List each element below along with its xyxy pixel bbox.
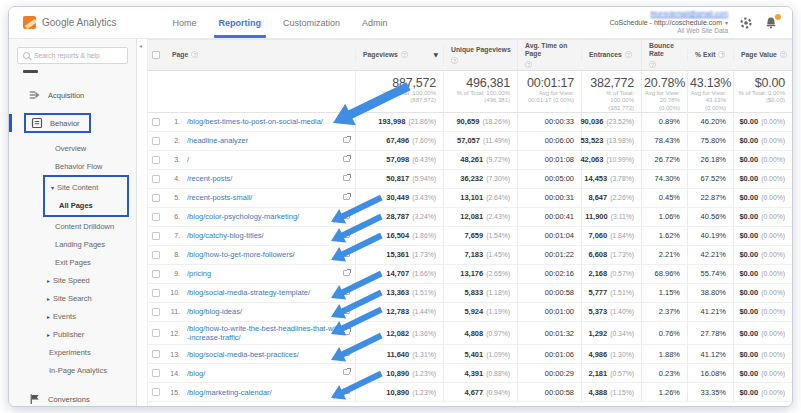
column-header-pct-exit[interactable]: % Exit [687,49,733,61]
settings-gear-button[interactable] [739,16,753,30]
open-in-new-window-icon[interactable] [343,118,350,124]
row-checkbox[interactable] [152,270,160,278]
sidebar-item-conversions[interactable]: Conversions [9,389,136,407]
sidebar-item-events[interactable]: ▸ Events [9,307,136,325]
open-in-new-window-icon[interactable] [343,308,350,314]
page-link[interactable]: / [187,155,189,164]
metric-percent: (0.97%) [486,330,510,337]
open-in-new-window-icon[interactable] [343,329,350,335]
metric-value: 13,363 [386,288,409,297]
open-in-new-window-icon[interactable] [343,350,350,356]
sidebar-item-experiments[interactable]: Experiments [9,343,136,361]
help-icon[interactable] [451,57,458,64]
property-selector[interactable]: CoSchedule - http://coschedule.com [610,18,728,27]
column-header-page[interactable]: Page [165,49,355,61]
sidebar-item-behavior[interactable]: Behavior [9,113,136,133]
row-checkbox[interactable] [152,329,160,337]
sidebar-item-exit-pages[interactable]: Exit Pages [9,253,136,271]
page-link[interactable]: /pricing [187,269,211,278]
sidebar-item-site-search[interactable]: ▸ Site Search [9,289,136,307]
row-checkbox[interactable] [152,175,160,183]
row-checkbox[interactable] [152,137,160,145]
page-link[interactable]: /blog/blog-ideas/ [187,307,242,316]
nav-tab-reporting[interactable]: Reporting [219,18,262,28]
page-link[interactable]: /blog/how-to-get-more-followers/ [187,250,295,259]
sidebar-item-content-drilldown[interactable]: Content Drilldown [9,217,136,235]
help-icon[interactable] [718,51,725,58]
help-icon[interactable] [780,51,787,58]
column-header-pageviews[interactable]: Pageviews [355,49,443,61]
row-checkbox-cell [147,308,165,316]
sidebar-item-behavior-flow[interactable]: Behavior Flow [9,157,136,175]
row-checkbox[interactable] [152,388,160,396]
page-link[interactable]: /blog/social-media-best-practices/ [187,350,299,359]
page-link[interactable]: /blog/marketing-calendar/ [187,388,272,397]
page-link[interactable]: /recent-posts-small/ [187,193,252,202]
help-icon[interactable] [525,61,532,68]
sidebar-item-publisher[interactable]: ▸ Publisher [9,325,136,343]
page-link[interactable]: /blog/ [187,369,205,378]
sort-descending-icon[interactable] [433,51,438,58]
column-header-page-value[interactable]: Page Value [733,49,792,61]
open-in-new-window-icon[interactable] [343,213,350,219]
avg-time-cell: 00:01:22 [517,246,581,264]
row-checkbox[interactable] [152,308,160,316]
sidebar-item-acquisition[interactable]: Acquisition [9,85,136,105]
sidebar-item-label: Publisher [53,330,84,339]
nav-tab-admin[interactable]: Admin [362,18,388,28]
sidebar-item-site-speed[interactable]: ▸ Site Speed [9,271,136,289]
notifications-bell-button[interactable] [764,16,778,30]
select-all-checkbox[interactable] [152,51,160,59]
column-header-bounce-rate[interactable]: Bounce Rate [641,40,687,70]
row-checkbox[interactable] [152,213,160,221]
help-icon[interactable] [401,51,408,58]
help-icon[interactable] [649,61,656,68]
column-header-unique-pageviews[interactable]: Unique Pageviews [443,44,517,66]
column-header-avg-time[interactable]: Avg. Time on Page [517,40,581,70]
row-checkbox[interactable] [152,251,160,259]
open-in-new-window-icon[interactable] [343,388,350,394]
column-header-entrances[interactable]: Entrances [581,49,641,61]
page-link[interactable]: /headline-analyzer [187,136,248,145]
nav-tab-home[interactable]: Home [173,18,197,28]
open-in-new-window-icon[interactable] [343,251,350,257]
account-area: blurredemail@gmail.com CoSchedule - http… [610,9,778,36]
collapse-sidebar-icon[interactable] [139,42,142,49]
row-checkbox[interactable] [152,350,160,358]
row-checkbox[interactable] [152,369,160,377]
page-link[interactable]: /blog/color-psychology-marketing/ [187,212,299,221]
page-link[interactable]: /blog/catchy-blog-titles/ [187,231,264,240]
open-in-new-window-icon[interactable] [343,270,350,276]
row-checkbox[interactable] [152,232,160,240]
open-in-new-window-icon[interactable] [343,137,350,143]
sidebar-item-all-pages[interactable]: All Pages [49,196,127,214]
row-checkbox[interactable] [152,194,160,202]
page-link[interactable]: /blog/social-media-strategy-template/ [187,288,310,297]
avg-time-cell: 00:01:00 [517,303,581,321]
page-link[interactable]: /blog/best-times-to-post-on-social-media… [187,117,323,126]
open-in-new-window-icon[interactable] [343,232,350,238]
help-icon[interactable] [625,51,632,58]
total-subtext: ($0.00) [736,97,785,105]
open-in-new-window-icon[interactable] [343,289,350,295]
row-checkbox[interactable] [152,289,160,297]
sidebar-item-overview[interactable]: Overview [9,139,136,157]
sidebar-item-site-content[interactable]: ▾ Site Content [49,178,127,196]
account-email-blurred[interactable]: blurredemail@gmail.com [610,9,728,18]
row-rank: 7. [165,232,183,239]
row-checkbox[interactable] [152,156,160,164]
sidebar-item-in-page-analytics[interactable]: In-Page Analytics [9,361,136,379]
metric-value: $0.00 [739,329,758,338]
open-in-new-window-icon[interactable] [343,194,350,200]
sidebar-item-landing-pages[interactable]: Landing Pages [9,235,136,253]
help-icon[interactable] [191,51,198,58]
search-input[interactable] [34,52,122,59]
row-checkbox[interactable] [152,118,160,126]
open-in-new-window-icon[interactable] [343,175,350,181]
metric-value: 8,647 [588,193,607,202]
open-in-new-window-icon[interactable] [343,369,350,375]
page-link[interactable]: /recent-posts/ [187,174,232,183]
page-link[interactable]: /blog/how-to-write-the-best-headlines-th… [187,324,338,342]
nav-tab-customization[interactable]: Customization [283,18,340,28]
open-in-new-window-icon[interactable] [343,156,350,162]
